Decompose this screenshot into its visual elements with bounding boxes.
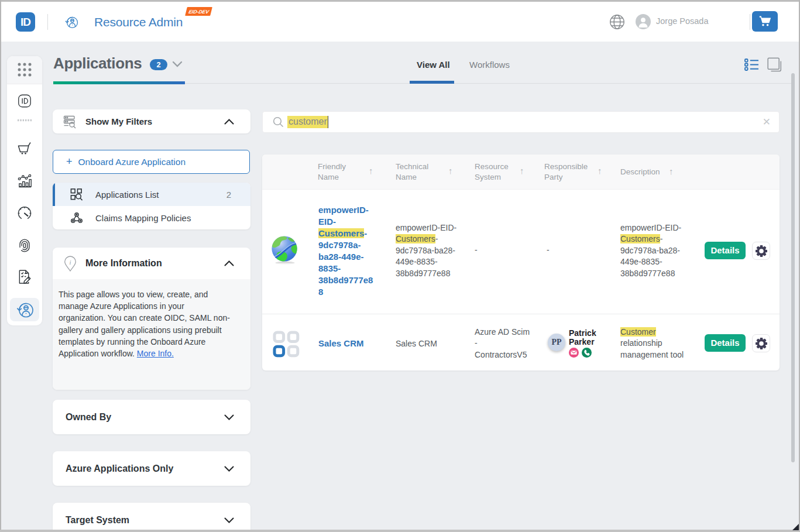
svg-text:i: i — [69, 258, 71, 265]
